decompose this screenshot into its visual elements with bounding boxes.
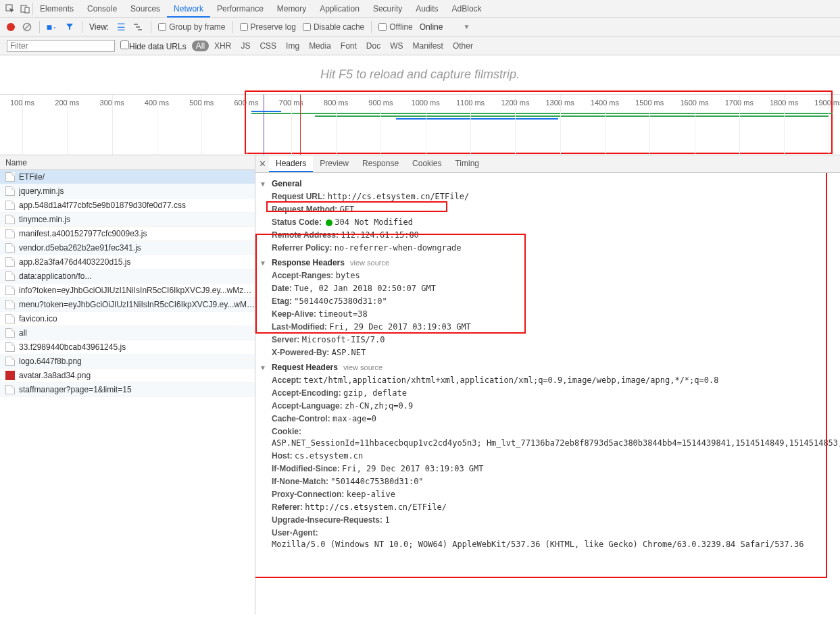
waterfall-icon[interactable] — [133, 22, 144, 32]
detail-tab-timing[interactable]: Timing — [448, 156, 486, 172]
large-rows-icon[interactable]: ☰ — [116, 22, 126, 32]
preserve-log-checkbox[interactable]: Preserve log — [240, 22, 296, 32]
request-row[interactable]: favicon.ico — [0, 312, 255, 326]
view-source-link[interactable]: view source — [343, 363, 382, 371]
group-by-frame-checkbox[interactable]: Group by frame — [158, 22, 225, 32]
header-key: If-None-Match: — [272, 477, 330, 486]
request-name: app.82a3fa476d4403220d15.js — [19, 257, 131, 267]
request-row[interactable]: data:application/fo... — [0, 269, 255, 284]
filter-media[interactable]: Media — [305, 41, 335, 51]
header-row: Cookie: ASP.NET_SessionId=11hbacecbqup1v… — [255, 425, 840, 450]
tab-elements[interactable]: Elements — [33, 1, 80, 16]
tab-security[interactable]: Security — [366, 1, 409, 16]
request-name: tinymce.min.js — [19, 215, 70, 224]
filter-font[interactable]: Font — [337, 41, 361, 51]
tab-audits[interactable]: Audits — [409, 1, 445, 16]
throttling-select[interactable]: Online — [420, 22, 443, 32]
dropdown-icon[interactable]: ▼ — [463, 23, 470, 30]
offline-checkbox[interactable]: Offline — [378, 22, 412, 32]
record-icon[interactable] — [7, 23, 15, 31]
request-name: 33.f2989440bcab43961245.js — [19, 342, 126, 352]
filter-xhr[interactable]: XHR — [210, 41, 235, 51]
file-icon — [5, 271, 15, 281]
request-row[interactable]: info?token=eyJhbGciOiJIUzI1NiIsInR5cCI6I… — [0, 284, 255, 298]
disable-cache-checkbox[interactable]: Disable cache — [303, 22, 364, 32]
request-row[interactable]: all — [0, 326, 255, 340]
header-value: Mozilla/5.0 (Windows NT 10.0; WOW64) App… — [272, 540, 804, 549]
view-label: View: — [89, 22, 109, 32]
tab-console[interactable]: Console — [80, 1, 124, 16]
detail-tab-preview[interactable]: Preview — [313, 156, 355, 172]
request-row[interactable]: menu?token=eyJhbGciOiJIUzI1NiIsInR5cCI6I… — [0, 298, 255, 312]
disclosure-triangle-icon: ▼ — [260, 364, 266, 371]
header-value: http://cs.etsystem.cn/ETFile/ — [328, 192, 470, 201]
request-row[interactable]: tinymce.min.js — [0, 213, 255, 227]
tab-performance[interactable]: Performance — [210, 1, 270, 16]
header-row: Accept: text/html,application/xhtml+xml,… — [255, 374, 840, 387]
disclosure-triangle-icon: ▼ — [260, 180, 266, 188]
section-header[interactable]: ▼General — [255, 177, 840, 190]
capture-screenshots-icon[interactable]: ■۰ — [47, 22, 57, 32]
file-icon — [5, 300, 15, 309]
filmstrip-hint: Hit F5 to reload and capture filmstrip. — [0, 55, 840, 95]
header-row: Accept-Encoding: gzip, deflate — [255, 387, 840, 400]
header-row: Accept-Language: zh-CN,zh;q=0.9 — [255, 400, 840, 413]
tab-application[interactable]: Application — [313, 1, 366, 16]
request-name: all — [19, 328, 27, 338]
filter-input[interactable] — [7, 40, 115, 52]
detail-tab-cookies[interactable]: Cookies — [405, 156, 448, 172]
header-value: "501440c75380d31:0" — [330, 477, 423, 486]
filter-icon[interactable] — [64, 22, 75, 32]
header-key: Accept-Language: — [272, 401, 345, 411]
filter-doc[interactable]: Doc — [362, 41, 385, 51]
filter-img[interactable]: Img — [282, 41, 303, 51]
header-value: ASP.NET — [332, 348, 366, 357]
clear-icon[interactable] — [22, 22, 32, 32]
header-key: Accept: — [272, 375, 303, 385]
tab-memory[interactable]: Memory — [270, 1, 313, 16]
request-row[interactable]: app.82a3fa476d4403220d15.js — [0, 255, 255, 269]
request-name: ETFile/ — [19, 172, 45, 182]
tab-network[interactable]: Network — [167, 1, 210, 18]
request-name: menu?token=eyJhbGciOiJIUzI1NiIsInR5cCI6I… — [19, 300, 255, 309]
filter-manifest[interactable]: Manifest — [409, 41, 447, 51]
request-name: logo.6447f8b.png — [19, 357, 82, 366]
filter-css[interactable]: CSS — [255, 41, 280, 51]
request-row[interactable]: vendor.d5eba262b2ae91fec341.js — [0, 241, 255, 255]
filter-ws[interactable]: WS — [386, 41, 407, 51]
request-name: favicon.ico — [19, 314, 57, 323]
header-row: Host: cs.etsystem.cn — [255, 450, 840, 463]
tab-sources[interactable]: Sources — [124, 1, 167, 16]
detail-tab-response[interactable]: Response — [355, 156, 405, 172]
tab-adblock[interactable]: AdBlock — [445, 1, 489, 16]
section-header[interactable]: ▼Request Headersview source — [255, 361, 840, 374]
close-icon[interactable]: ✕ — [255, 159, 269, 169]
file-icon — [5, 328, 15, 338]
detail-tab-headers[interactable]: Headers — [269, 156, 313, 172]
request-row[interactable]: 33.f2989440bcab43961245.js — [0, 340, 255, 355]
request-row[interactable]: avatar.3a8ad34.png — [0, 369, 255, 383]
header-value: gzip, deflate — [343, 388, 407, 398]
request-row[interactable]: jquery.min.js — [0, 184, 255, 199]
request-row[interactable]: app.548d1a4f77cbfc5e9b01879d30fe0d77.css — [0, 199, 255, 213]
name-column-header[interactable]: Name — [0, 155, 255, 170]
header-row: If-None-Match: "501440c75380d31:0" — [255, 475, 840, 488]
timeline-overview[interactable]: 100 ms200 ms300 ms400 ms500 ms600 ms700 … — [0, 95, 840, 155]
file-icon — [5, 314, 15, 323]
header-value: 1 — [385, 515, 389, 525]
request-name: info?token=eyJhbGciOiJIUzI1NiIsInR5cCI6I… — [19, 286, 255, 295]
file-icon — [5, 201, 15, 210]
request-row[interactable]: staffmanager?page=1&limit=15 — [0, 383, 255, 397]
inspect-icon[interactable] — [3, 4, 18, 14]
request-row[interactable]: logo.6447f8b.png — [0, 355, 255, 369]
request-row[interactable]: ETFile/ — [0, 170, 255, 184]
filter-all[interactable]: All — [192, 41, 209, 51]
header-row: Referer: http://cs.etsystem.cn/ETFile/ — [255, 501, 840, 514]
request-name: app.548d1a4f77cbfc5e9b01879d30fe0d77.css — [19, 201, 186, 210]
device-icon[interactable] — [18, 4, 32, 14]
svg-rect-5 — [134, 24, 138, 25]
hide-data-urls-checkbox[interactable]: Hide data URLs — [120, 41, 187, 51]
request-row[interactable]: manifest.a4001527977cfc9009e3.js — [0, 227, 255, 241]
filter-js[interactable]: JS — [237, 41, 254, 51]
filter-other[interactable]: Other — [449, 41, 477, 51]
